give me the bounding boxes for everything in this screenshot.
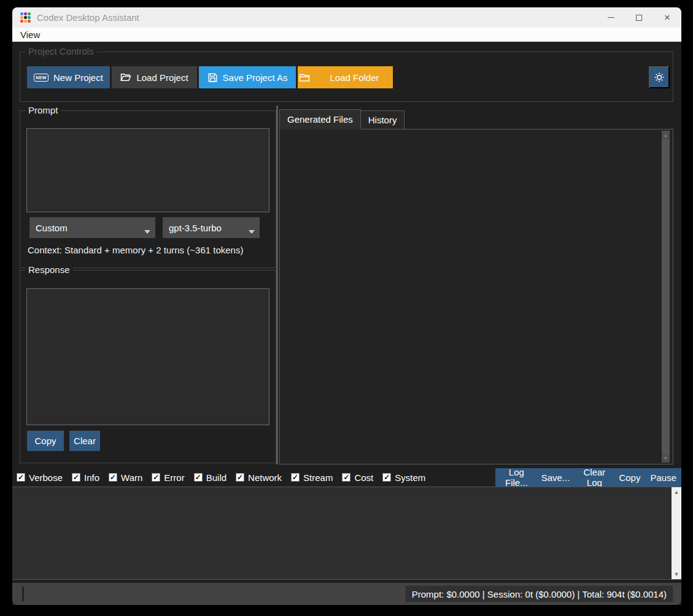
chevron-down-icon [249,230,255,234]
model-dropdown-value: gpt-3.5-turbo [169,223,222,233]
response-legend: Response [25,264,73,275]
project-buttons: NEW New Project Load Project [27,66,393,88]
checkbox-checked-icon[interactable]: ✓ [72,473,80,482]
filter-warn[interactable]: ✓ Warn [109,472,142,483]
filter-label: Verbose [29,472,63,483]
filter-label: Error [164,472,184,483]
maximize-button[interactable] [625,7,653,28]
new-badge-icon: NEW [34,74,48,82]
filter-label: Warn [121,472,142,483]
checkbox-checked-icon[interactable]: ✓ [382,473,391,482]
scrollbar-thumb[interactable] [662,140,670,453]
preset-dropdown[interactable]: Custom [29,217,155,238]
checkbox-checked-icon[interactable]: ✓ [109,473,117,482]
log-pause-button[interactable]: Pause [645,468,681,487]
output-tabs: Generated Files History [279,109,405,129]
checkbox-checked-icon[interactable]: ✓ [194,473,203,482]
new-project-label: New Project [53,72,103,83]
clear-log-button[interactable]: Clear Log [575,468,614,487]
tab-history[interactable]: History [361,110,405,129]
scroll-up-icon[interactable]: ▲ [672,487,681,497]
filter-cost[interactable]: ✓ Cost [342,472,373,483]
save-project-as-button[interactable]: Save Project As [199,66,296,88]
filter-label: System [395,472,425,483]
filter-build[interactable]: ✓ Build [194,472,226,483]
model-dropdown[interactable]: gpt-3.5-turbo [163,217,260,238]
prompt-group: Prompt Custom gpt-3.5-turbo Context: Sta… [20,110,276,268]
command-input[interactable] [26,583,399,605]
open-folder-icon [120,72,131,82]
scroll-up-icon[interactable]: ▲ [662,131,670,140]
load-folder-label: Load Folder [330,72,379,83]
close-button[interactable]: × [653,7,681,28]
filter-verbose[interactable]: ✓ Verbose [17,472,63,483]
log-output-area: ▲ ▼ [12,487,681,580]
gear-icon [654,72,665,83]
filter-label: Info [84,472,99,483]
scroll-down-icon[interactable]: ▼ [662,453,670,463]
response-group: Response Copy Clear [20,270,276,463]
save-icon [207,72,218,83]
filter-info[interactable]: ✓ Info [72,472,99,483]
output-panel: Generated Files History ▲ ▼ [279,106,673,464]
preset-dropdown-value: Custom [36,223,68,233]
log-copy-button[interactable]: Copy [614,468,645,487]
maximize-icon [636,15,642,21]
filter-label: Stream [303,472,333,483]
log-save-button[interactable]: Save... [536,468,575,487]
load-folder-button[interactable]: Load Folder [298,66,393,88]
log-toolbar: Log File... Save... Clear Log Copy Pause [495,468,681,487]
window-controls: × [597,7,681,28]
prompt-input[interactable] [26,128,269,212]
files-scrollbar[interactable]: ▲ ▼ [662,131,670,463]
log-file-button[interactable]: Log File... [495,468,536,487]
filter-label: Cost [354,472,373,483]
app-window: Codex Desktop Assistant × View Project C… [12,7,681,605]
project-controls-legend: Project Controls [25,46,97,57]
log-output-text[interactable] [12,487,671,579]
menu-view[interactable]: View [20,29,40,40]
menu-bar: View [12,28,681,42]
checkbox-checked-icon[interactable]: ✓ [17,473,25,482]
checkbox-checked-icon[interactable]: ✓ [152,473,160,482]
checkbox-checked-icon[interactable]: ✓ [342,473,350,482]
minimize-button[interactable] [597,7,625,28]
prompt-legend: Prompt [25,105,61,116]
window-title: Codex Desktop Assistant [37,12,139,23]
project-controls-group: Project Controls NEW New Project Load Pr… [20,52,673,102]
settings-button[interactable] [649,66,670,88]
title-bar: Codex Desktop Assistant × [12,7,681,28]
filter-error[interactable]: ✓ Error [152,472,184,483]
close-icon: × [664,12,670,23]
log-scrollbar[interactable]: ▲ ▼ [672,487,681,579]
checkbox-checked-icon[interactable]: ✓ [236,473,244,482]
chevron-down-icon [144,230,150,234]
command-bar: Prompt: $0.0000 | Session: 0t ($0.0000) … [12,583,681,605]
tab-generated-files[interactable]: Generated Files [279,109,361,129]
text-cursor [22,587,24,601]
load-project-label: Load Project [136,72,188,83]
response-output[interactable] [26,288,269,425]
filter-label: Build [206,472,226,483]
filter-stream[interactable]: ✓ Stream [291,472,333,483]
new-project-button[interactable]: NEW New Project [27,66,110,88]
load-project-button[interactable]: Load Project [112,66,197,88]
filter-system[interactable]: ✓ System [382,472,425,483]
filter-label: Network [248,472,282,483]
panel-splitter[interactable] [276,106,278,464]
content-area: Project Controls NEW New Project Load Pr… [12,42,681,605]
clear-response-button[interactable]: Clear [69,431,100,451]
scroll-down-icon[interactable]: ▼ [672,569,681,579]
folder-icon [299,72,310,82]
checkbox-checked-icon[interactable]: ✓ [291,473,300,482]
log-filters: ✓ Verbose ✓ Info ✓ Warn ✓ Error ✓ Buil [17,468,425,487]
cost-status: Prompt: $0.0000 | Session: 0t ($0.0000) … [405,585,673,603]
log-controls-row: ✓ Verbose ✓ Info ✓ Warn ✓ Error ✓ Buil [12,468,681,487]
app-icon [20,12,31,23]
save-project-as-label: Save Project As [223,72,288,83]
filter-network[interactable]: ✓ Network [236,472,282,483]
copy-response-button[interactable]: Copy [27,431,64,451]
generated-files-panel: ▲ ▼ [279,129,673,464]
prompt-dropdowns: Custom gpt-3.5-turbo [29,217,260,238]
response-buttons: Copy Clear [27,431,100,451]
